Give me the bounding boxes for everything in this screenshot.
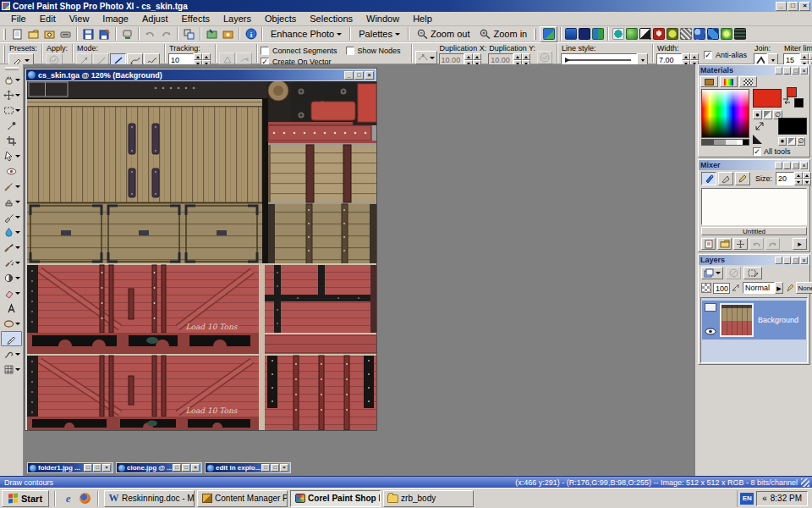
effect-icon[interactable] <box>592 28 604 40</box>
minimized-document[interactable]: edit in explo... □□× <box>205 462 291 473</box>
tab-frame[interactable] <box>700 76 718 87</box>
mixer-knife-tool[interactable] <box>718 172 733 185</box>
tool-pick[interactable] <box>1 148 22 163</box>
mixer-size-spinner[interactable]: 20 <box>776 172 811 185</box>
effect-browser-button[interactable] <box>540 26 557 42</box>
gray-swatch-strip[interactable] <box>701 139 749 146</box>
scanner-icon[interactable] <box>58 27 74 41</box>
palettes-button[interactable]: Palettes <box>354 28 405 40</box>
task-paint-shop-pro[interactable]: Corel Paint Shop Pro ... <box>290 490 381 507</box>
slider-up-icon[interactable] <box>473 53 481 60</box>
delete-layer-button[interactable] <box>726 267 741 279</box>
menu-adjust[interactable]: Adjust <box>135 13 175 25</box>
help-info-icon[interactable]: i <box>243 27 259 41</box>
zoom-out-button[interactable]: Zoom out <box>412 28 475 40</box>
close-icon[interactable]: × <box>365 71 374 80</box>
document-window[interactable]: cs_skin.tga @ 120% (Background) _ □ × <box>25 69 376 430</box>
anti-alias-checkbox[interactable]: ✓ <box>704 51 712 59</box>
background-mini-swatch[interactable] <box>794 98 804 108</box>
load-mixer-page-icon[interactable] <box>717 238 732 250</box>
swap-materials-icon[interactable] <box>754 121 765 131</box>
mixer-pencil-tool[interactable] <box>735 172 750 185</box>
lock-none-button[interactable]: None <box>796 282 812 294</box>
new-file-icon[interactable] <box>9 27 25 41</box>
color-style-icon[interactable]: ● <box>778 137 787 146</box>
tool-eraser[interactable] <box>1 285 22 301</box>
maximize-icon[interactable]: □ <box>182 464 190 472</box>
minimize-icon[interactable]: _ <box>783 162 791 169</box>
save-icon[interactable] <box>80 27 96 41</box>
spin-up-icon[interactable] <box>794 172 803 179</box>
tool-selection[interactable] <box>1 102 22 118</box>
minimize-icon[interactable]: _ <box>776 2 787 11</box>
menu-image[interactable]: Image <box>96 13 135 25</box>
effect-icon[interactable] <box>694 28 705 40</box>
close-icon[interactable]: × <box>280 464 288 472</box>
effect-icon[interactable] <box>612 28 624 40</box>
maximize-icon[interactable]: □ <box>792 162 799 169</box>
capture-setup-icon[interactable] <box>220 27 236 41</box>
tray-chevron-icon[interactable]: « <box>762 494 767 503</box>
menu-selections[interactable]: Selections <box>303 13 359 25</box>
tool-preset-shapes[interactable] <box>1 316 22 331</box>
toolbar-grip[interactable] <box>3 29 6 40</box>
tool-text[interactable] <box>1 301 22 316</box>
palette-grip[interactable] <box>5 67 19 70</box>
maximize-icon[interactable]: □ <box>271 464 279 472</box>
tool-pen[interactable] <box>1 331 22 346</box>
close-icon[interactable]: × <box>191 464 200 472</box>
menu-effects[interactable]: Effects <box>175 13 217 25</box>
remix-icon[interactable] <box>765 238 780 250</box>
gradient-style-icon[interactable] <box>787 137 796 146</box>
menu-view[interactable]: View <box>63 13 96 25</box>
unmix-icon[interactable] <box>749 238 764 250</box>
pin-icon[interactable] <box>775 257 782 264</box>
zoom-in-button[interactable]: Zoom in <box>475 28 532 40</box>
close-icon[interactable]: × <box>800 67 808 75</box>
more-options-icon[interactable]: ▸ <box>793 238 807 250</box>
transparent-style-icon[interactable]: ∅ <box>797 137 805 146</box>
tab-rainbow[interactable] <box>720 76 738 87</box>
connect-segments-checkbox[interactable] <box>261 47 269 55</box>
spin-up-icon[interactable] <box>464 53 473 60</box>
background-color-swatch[interactable] <box>778 118 807 135</box>
effect-icon[interactable] <box>707 28 719 40</box>
undo-icon[interactable] <box>142 27 158 41</box>
layer-opacity-value[interactable]: 100 <box>713 283 730 294</box>
layers-list[interactable]: Background <box>700 297 808 363</box>
pin-icon[interactable] <box>775 67 782 75</box>
minimized-document[interactable]: clone.jpg @ ... □□× <box>116 462 202 473</box>
tool-crop[interactable] <box>1 133 22 148</box>
language-indicator[interactable]: EN <box>740 493 754 505</box>
title-bar[interactable]: Corel Paint Shop Pro Photo XI - cs_skin.… <box>0 0 812 12</box>
foreground-color-swatch[interactable] <box>753 89 782 108</box>
maximize-icon[interactable]: □ <box>792 257 799 264</box>
clock-area[interactable]: « 8:32 PM <box>756 491 808 506</box>
layer-row-background[interactable]: Background <box>702 301 806 340</box>
menu-window[interactable]: Window <box>359 13 406 25</box>
restore-icon[interactable]: □ <box>787 2 798 11</box>
tool-airbrush[interactable] <box>1 255 22 270</box>
redo-icon[interactable] <box>158 27 174 41</box>
start-button[interactable]: Start <box>2 490 49 507</box>
canvas-area[interactable]: Load 10 Tons Load 10 Tons <box>27 81 376 430</box>
maximize-icon[interactable]: □ <box>93 464 102 472</box>
mixer-size-value[interactable]: 20 <box>776 172 794 185</box>
tool-pan[interactable] <box>1 72 22 87</box>
node-type-button[interactable] <box>415 51 437 64</box>
menu-objects[interactable]: Objects <box>258 13 303 25</box>
effect-icon[interactable] <box>579 28 590 40</box>
task-zrb-body-folder[interactable]: zrb_body <box>383 490 474 507</box>
resize-grip[interactable] <box>801 478 809 487</box>
eye-icon[interactable] <box>705 328 716 335</box>
slider-up-icon[interactable] <box>202 53 211 60</box>
blend-mode-combo[interactable]: Normal ▸ <box>743 282 783 294</box>
enhance-photo-button[interactable]: Enhance Photo <box>266 28 347 40</box>
close-icon[interactable]: × <box>102 464 111 472</box>
effect-icon[interactable] <box>639 28 651 40</box>
mixer-tube-tool[interactable] <box>701 172 716 185</box>
show-nodes-checkbox[interactable] <box>346 47 354 55</box>
edit-selection-button[interactable] <box>743 267 762 279</box>
quicklaunch-ie-icon[interactable]: e <box>61 491 75 505</box>
effect-icon[interactable] <box>721 28 732 40</box>
